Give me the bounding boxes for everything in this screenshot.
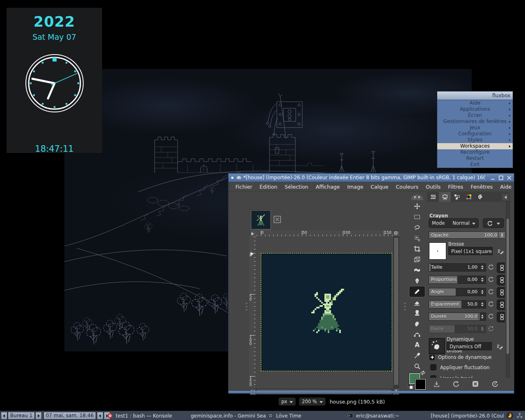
dynamics-preview[interactable] bbox=[429, 338, 445, 354]
checkbox-icon[interactable] bbox=[430, 375, 436, 378]
dynamics-name-field[interactable]: Dynamics Off bbox=[447, 342, 492, 350]
spacing-slider[interactable]: Espacement 50,0 bbox=[429, 300, 486, 308]
free-select-tool[interactable] bbox=[409, 222, 425, 233]
eraser-tool[interactable] bbox=[409, 297, 425, 308]
menu-fichier[interactable]: Fichier bbox=[232, 184, 256, 190]
window-resize-handle[interactable] bbox=[228, 391, 514, 393]
spinner-buttons[interactable] bbox=[479, 288, 486, 296]
workspace-prev-button[interactable] bbox=[1, 412, 7, 420]
menu-edition[interactable]: Édition bbox=[256, 184, 281, 190]
vertical-scrollbar[interactable] bbox=[393, 236, 399, 388]
image-canvas[interactable] bbox=[261, 253, 392, 371]
taskbar-clock[interactable]: 07 mai, sam. 18:46 bbox=[43, 412, 96, 420]
menu-item-configuration[interactable]: Configuration bbox=[437, 131, 513, 137]
edit-brush-button[interactable] bbox=[495, 247, 505, 256]
crop-tool[interactable] bbox=[409, 244, 425, 254]
window-menu-bullet-icon[interactable] bbox=[231, 177, 233, 179]
reset-icon[interactable] bbox=[488, 301, 494, 307]
fuzzy-select-tool[interactable] bbox=[409, 233, 425, 244]
menu-item-restart[interactable]: Restart bbox=[437, 155, 513, 162]
save-options-button[interactable] bbox=[433, 381, 440, 388]
rectangle-select-tool[interactable] bbox=[409, 212, 425, 222]
menu-item-workspaces[interactable]: Workspaces bbox=[437, 143, 513, 149]
spinner-buttons[interactable] bbox=[479, 301, 486, 308]
delete-options-button[interactable] bbox=[472, 380, 479, 388]
reset-icon[interactable] bbox=[488, 288, 494, 295]
tab-dialogs[interactable] bbox=[451, 192, 463, 202]
scrollbar-thumb[interactable] bbox=[394, 238, 398, 385]
menu-item-applications[interactable]: Applications bbox=[437, 106, 513, 112]
swap-colors-icon[interactable] bbox=[420, 370, 426, 376]
canvas-viewport[interactable] bbox=[256, 236, 393, 388]
reset-icon[interactable] bbox=[488, 276, 494, 283]
paths-tool[interactable] bbox=[409, 329, 425, 340]
menu-outils[interactable]: Outils bbox=[422, 184, 444, 190]
menu-item-reconfigure[interactable]: Reconfigure bbox=[437, 149, 513, 155]
tab-palettes[interactable] bbox=[475, 192, 486, 202]
aspect-slider[interactable]: Proportions 0,00 bbox=[429, 276, 486, 284]
menu-aide[interactable]: Aide bbox=[496, 184, 515, 190]
ink-tool[interactable] bbox=[409, 276, 425, 286]
background-color-swatch[interactable] bbox=[415, 379, 426, 390]
menu-fenetres[interactable]: Fenêtres bbox=[467, 184, 496, 190]
workspace-next-button[interactable] bbox=[35, 412, 42, 420]
color-picker-tool[interactable] bbox=[409, 350, 425, 361]
dock-menu-button[interactable] bbox=[502, 194, 509, 201]
paint-mode-select[interactable]: Mode Normal bbox=[429, 218, 479, 228]
move-tool[interactable] bbox=[409, 201, 425, 212]
tab-tool-options[interactable] bbox=[427, 192, 439, 202]
size-slider[interactable]: Taille 1,00 bbox=[429, 263, 486, 272]
pane-splitter[interactable] bbox=[404, 303, 406, 312]
menu-affichage[interactable]: Affichage bbox=[312, 184, 344, 190]
angle-slider[interactable]: Angle 0,00 bbox=[429, 288, 486, 296]
default-colors-icon[interactable] bbox=[408, 384, 413, 389]
task-gemini-browser[interactable]: geminispace.info - Gemini Sea bbox=[188, 411, 266, 420]
menu-item-ecran[interactable]: Écran bbox=[437, 112, 513, 119]
spinner-buttons[interactable] bbox=[479, 313, 486, 320]
link-button[interactable] bbox=[497, 275, 505, 285]
mode-reset-group[interactable] bbox=[483, 218, 504, 228]
link-button[interactable] bbox=[497, 299, 505, 310]
link-button[interactable] bbox=[497, 312, 505, 322]
zoom-follow-window-toggle[interactable] bbox=[393, 231, 400, 237]
menu-calque[interactable]: Calque bbox=[367, 184, 392, 190]
brush-preview[interactable] bbox=[429, 242, 447, 260]
task-gimp[interactable]: [house] (importée)-26.0 (Coul bbox=[428, 411, 504, 420]
menu-couleurs[interactable]: Couleurs bbox=[392, 184, 422, 190]
menu-item-gestionnaires[interactable]: Gestionnaires de fenêtres bbox=[437, 119, 513, 125]
tray-flame-icon[interactable] bbox=[506, 412, 514, 419]
reset-icon[interactable] bbox=[488, 264, 494, 270]
restore-options-button[interactable] bbox=[452, 380, 460, 388]
checkbox-apply-jitter[interactable]: Appliquer fluctuation bbox=[430, 364, 490, 370]
spinner-buttons[interactable] bbox=[479, 276, 486, 283]
scrollbar-thumb[interactable] bbox=[507, 219, 509, 354]
reset-defaults-button[interactable] bbox=[491, 380, 499, 388]
workspace-name[interactable]: Bureau 1 bbox=[8, 412, 35, 420]
edit-dynamics-button[interactable] bbox=[494, 342, 505, 351]
checkbox-icon[interactable] bbox=[430, 364, 436, 370]
checkbox-smooth-stroke[interactable]: Lisser le tracé bbox=[430, 375, 473, 378]
bucket-fill-tool[interactable] bbox=[409, 265, 425, 276]
menu-item-exit[interactable]: Exit bbox=[437, 162, 513, 168]
task-love-time[interactable]: Löve Time bbox=[268, 411, 346, 420]
dynamics-options-expander[interactable]: Options de dynamique bbox=[429, 354, 492, 360]
menu-item-styles[interactable]: Styles bbox=[437, 137, 513, 143]
smudge-tool[interactable] bbox=[409, 318, 425, 329]
maximize-button[interactable] bbox=[498, 175, 504, 181]
unified-transform-tool[interactable] bbox=[409, 254, 425, 265]
dock-scrollbar[interactable] bbox=[506, 202, 510, 378]
reset-icon[interactable] bbox=[488, 325, 494, 332]
unit-select[interactable]: px bbox=[278, 397, 296, 406]
close-button[interactable] bbox=[506, 175, 512, 181]
minimize-button[interactable] bbox=[490, 175, 496, 181]
spinner-buttons[interactable] bbox=[498, 232, 505, 238]
text-tool[interactable]: A bbox=[409, 340, 425, 350]
tab-close-icon[interactable] bbox=[274, 216, 281, 224]
pencil-tool[interactable] bbox=[409, 286, 425, 297]
brush-name-field[interactable]: Pixel (1x1 square) bbox=[448, 247, 493, 255]
opacity-slider[interactable]: Opacité 100,0 bbox=[429, 231, 505, 239]
gimp-titlebar[interactable]: *[house] (importée)-26.0 (Couleur indexé… bbox=[228, 173, 514, 182]
window-prev-button[interactable] bbox=[97, 412, 103, 420]
menu-selection[interactable]: Sélection bbox=[281, 184, 312, 190]
tab-device-status[interactable] bbox=[439, 192, 451, 202]
